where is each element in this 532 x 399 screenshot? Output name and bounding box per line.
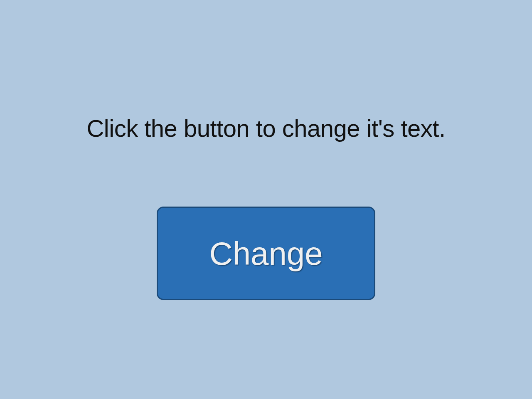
instruction-text: Click the button to change it's text. <box>86 114 445 142</box>
change-button[interactable]: Change <box>157 207 375 300</box>
